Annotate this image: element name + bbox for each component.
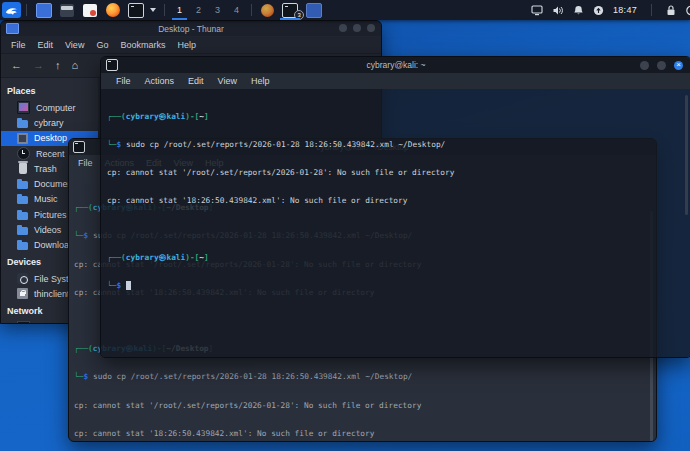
minimize-button[interactable]	[640, 61, 649, 70]
terminal-window[interactable]: cybrary@kali: ~ File Actions Edit View H…	[100, 56, 690, 358]
terminal-icon	[128, 3, 144, 18]
places-header: Places	[1, 82, 98, 100]
menu-file[interactable]: File	[5, 40, 32, 50]
workspace-2[interactable]: 2	[189, 0, 208, 20]
terminal-window-title: cybrary@kali: ~	[101, 60, 690, 70]
firefox-icon	[106, 3, 120, 17]
folder-icon	[17, 212, 28, 220]
text-editor-icon	[83, 4, 97, 17]
panel-separator	[26, 4, 27, 16]
maximize-button[interactable]	[657, 61, 666, 70]
input-line: └─$	[107, 281, 690, 290]
panel-separator	[251, 4, 252, 16]
terminal-launcher[interactable]	[127, 2, 144, 18]
panel-separator	[651, 4, 652, 16]
menu-bookmarks[interactable]: Bookmarks	[114, 40, 171, 50]
menu-file[interactable]: File	[109, 76, 138, 86]
folder-icon	[17, 181, 28, 189]
updates-icon[interactable]	[593, 5, 604, 16]
up-button[interactable]: ↑	[55, 60, 61, 71]
file-manager-icon	[60, 4, 74, 17]
taskbar-file-manager-window[interactable]	[302, 0, 326, 20]
scrollbar[interactable]	[685, 95, 688, 215]
close-button[interactable]	[367, 24, 375, 32]
folder-icon	[17, 227, 28, 235]
forward-button[interactable]: →	[33, 60, 44, 71]
lock-icon[interactable]	[666, 5, 676, 16]
error-line: cp: cannot stat '18:26:50.439842.xml': N…	[107, 196, 690, 205]
menu-help[interactable]: Help	[171, 40, 202, 50]
terminal-output[interactable]: ┌──(cybrary㉿kali)-[~] └─$sudo cp /root/.…	[101, 89, 690, 357]
folder-icon	[17, 242, 28, 250]
show-desktop-icon	[36, 3, 52, 18]
minimize-button[interactable]	[339, 24, 347, 32]
firefox-icon	[261, 4, 274, 17]
workspace-label: 3	[215, 5, 220, 15]
show-desktop-launcher[interactable]	[35, 2, 52, 18]
panel-separator	[164, 4, 165, 16]
folder-icon	[17, 196, 28, 204]
notifications-bell-icon[interactable]	[573, 5, 584, 16]
workspace-label: 4	[234, 5, 239, 15]
taskbar-terminal-group[interactable]: 3	[278, 0, 302, 20]
home-button[interactable]: ⌂	[72, 60, 79, 71]
file-manager-window-icon	[306, 3, 322, 18]
sidebar-item-cybrary[interactable]: cybrary	[1, 115, 98, 130]
recent-icon	[17, 147, 30, 160]
menu-file[interactable]: File	[72, 158, 99, 168]
workspace-1[interactable]: 1	[170, 0, 189, 20]
chevron-down-icon[interactable]	[150, 8, 156, 12]
menu-view[interactable]: View	[59, 40, 90, 50]
taskbar-firefox-window[interactable]	[257, 0, 278, 20]
error-line: cp: cannot stat '/root/.set/reports/2026…	[107, 168, 690, 177]
power-icon[interactable]	[685, 4, 690, 16]
prompt-line: ┌──(cybrary㉿kali)-[~]	[107, 253, 690, 262]
terminal-cursor	[126, 281, 131, 290]
menu-edit[interactable]: Edit	[32, 40, 60, 50]
display-icon[interactable]	[531, 5, 543, 16]
prompt-line: ┌──(cybrary㉿kali)-[~]	[107, 112, 690, 121]
thunar-menubar: File Edit View Go Bookmarks Help	[1, 36, 381, 53]
sidebar-item-computer[interactable]: Computer	[1, 100, 98, 115]
menu-actions[interactable]: Actions	[138, 76, 182, 86]
firefox-launcher[interactable]	[104, 2, 121, 18]
computer-icon	[17, 101, 30, 114]
terminal-menubar: File Actions Edit View Help	[101, 73, 690, 89]
file-manager-launcher[interactable]	[58, 2, 75, 18]
command-text: sudo cp /root/.set/reports/2026-01-28 18…	[126, 140, 445, 149]
close-button[interactable]	[674, 61, 683, 70]
thunar-window-title: Desktop - Thunar	[1, 24, 381, 34]
workspace-label: 1	[177, 5, 182, 15]
applications-menu-button[interactable]	[2, 2, 21, 18]
menu-view[interactable]: View	[211, 76, 244, 86]
system-tray: 18:47	[531, 4, 690, 16]
kali-dragon-icon	[5, 5, 18, 16]
trash-icon	[19, 163, 27, 174]
workspace-4[interactable]: 4	[227, 0, 246, 20]
workspace-label: 2	[196, 5, 201, 15]
text-editor-launcher[interactable]	[81, 2, 98, 18]
clock[interactable]: 18:47	[613, 5, 637, 15]
drive-icon	[17, 273, 28, 284]
back-button[interactable]: ←	[11, 60, 22, 71]
top-panel: 1 2 3 4 3 18:47	[0, 0, 690, 20]
desktop: { "panel": { "clock": "18:47", "workspac…	[0, 0, 690, 451]
folder-icon	[17, 120, 28, 128]
menu-go[interactable]: Go	[90, 40, 114, 50]
terminal-titlebar[interactable]: cybrary@kali: ~	[101, 57, 690, 73]
network-icon	[17, 321, 30, 323]
command-line: └─$sudo cp /root/.set/reports/2026-01-28…	[107, 140, 690, 149]
menu-help[interactable]: Help	[244, 76, 277, 86]
workspace-3[interactable]: 3	[208, 0, 227, 20]
locked-drive-icon	[17, 288, 28, 299]
thunar-titlebar[interactable]: Desktop - Thunar	[1, 21, 381, 36]
maximize-button[interactable]	[353, 24, 361, 32]
desktop-icon	[17, 133, 28, 144]
volume-icon[interactable]	[552, 5, 564, 16]
menu-edit[interactable]: Edit	[181, 76, 211, 86]
